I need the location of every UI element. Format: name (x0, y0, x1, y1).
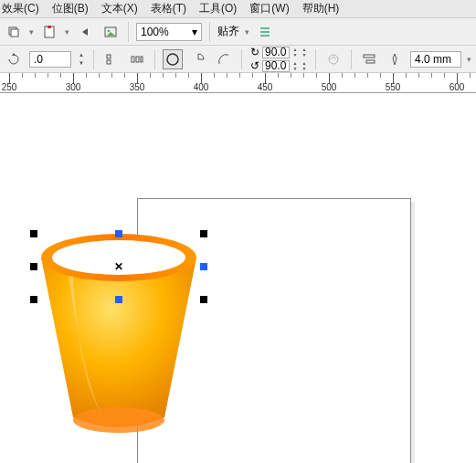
ruler-label: 300 (66, 82, 81, 92)
align-label[interactable]: 贴齐 (217, 24, 239, 39)
ruler-label: 450 (258, 82, 273, 92)
menu-window[interactable]: 窗口(W) (249, 1, 289, 16)
ruler-label: 400 (194, 82, 209, 92)
svg-rect-3 (48, 26, 51, 28)
rotation-inputs: ↻ 90.0 ▲▼ ▲▼ ↺ 90.0 ▲▼ ▲▼ (249, 46, 308, 72)
selection-handle-bl[interactable] (30, 296, 37, 303)
menu-text[interactable]: 文本(X) (101, 1, 138, 16)
chevron-down-icon[interactable]: ▾ (467, 55, 471, 64)
align-left-icon[interactable] (101, 49, 122, 69)
selection-handle-br[interactable] (200, 296, 207, 303)
svg-rect-13 (364, 55, 375, 58)
svg-rect-7 (107, 60, 111, 64)
arc-tool-icon[interactable] (214, 49, 234, 69)
separator (351, 49, 352, 69)
spinner[interactable]: ▲▼ (301, 60, 308, 71)
picture-icon[interactable] (100, 22, 121, 42)
selection-center-icon[interactable]: ✕ (114, 260, 123, 273)
rotate-ccw-icon: ↺ (249, 59, 260, 72)
svg-rect-1 (11, 29, 18, 37)
separator (93, 49, 94, 69)
ruler-label: 350 (130, 82, 145, 92)
dropdown-caret-icon[interactable]: ▾ (245, 27, 249, 37)
dropdown-caret-icon[interactable]: ▾ (29, 27, 34, 37)
zoom-value: 100% (141, 26, 188, 38)
separator (128, 22, 129, 42)
svg-point-15 (73, 407, 164, 433)
svg-rect-8 (132, 57, 134, 62)
separator (241, 49, 242, 69)
svg-rect-9 (136, 57, 139, 62)
pie-tool-icon[interactable] (188, 49, 208, 69)
ruler-horizontal: 250300350400450500550600 (0, 73, 476, 93)
selection-handle-tr[interactable] (200, 230, 207, 237)
separator (154, 49, 155, 69)
outline-width-input[interactable]: 4.0 mm (410, 51, 461, 68)
menu-effects[interactable]: 效果(C) (2, 1, 39, 16)
ellipse-tool-button[interactable] (163, 49, 183, 69)
ruler-label: 500 (322, 82, 337, 92)
selection-handle-tl[interactable] (30, 230, 37, 237)
canvas-area[interactable]: ✕ (0, 93, 476, 463)
svg-point-11 (167, 54, 178, 65)
selection-handle-ml[interactable] (30, 263, 37, 270)
selection-handle-bm[interactable] (115, 296, 122, 303)
menu-help[interactable]: 帮助(H) (302, 1, 340, 16)
copy-icon[interactable] (4, 22, 24, 42)
spinner[interactable]: ▲▼ (291, 60, 299, 71)
distribute-icon[interactable] (127, 49, 147, 69)
selection-handle-tm[interactable] (115, 230, 122, 237)
svg-point-5 (108, 29, 111, 32)
spinner[interactable]: ▲▼ (291, 47, 299, 58)
wrap-icon[interactable] (359, 49, 379, 69)
ruler-label: 250 (2, 82, 17, 92)
spinner[interactable]: ▲▼ (301, 47, 308, 58)
cup-object[interactable] (32, 226, 206, 445)
separator (209, 22, 210, 42)
ruler-label: 550 (386, 82, 401, 92)
rotate-icon[interactable] (4, 49, 24, 69)
menu-bitmap[interactable]: 位图(B) (52, 1, 89, 16)
rotation-a-input[interactable]: 90.0 (262, 47, 290, 58)
chevron-down-icon[interactable]: ▾ (188, 24, 201, 40)
zoom-input[interactable]: 100% ▾ (136, 23, 202, 41)
options-icon[interactable] (255, 22, 275, 42)
undo-icon[interactable] (75, 22, 95, 42)
menu-table[interactable]: 表格(T) (151, 1, 186, 16)
rotation-input[interactable]: .0 (29, 51, 71, 68)
separator (315, 49, 316, 69)
paste-icon[interactable] (39, 22, 59, 42)
svg-rect-6 (107, 55, 111, 58)
dropdown-caret-icon[interactable]: ▾ (65, 27, 69, 37)
rotation-b-input[interactable]: 90.0 (262, 60, 290, 72)
rotate-cw-icon: ↻ (249, 46, 260, 58)
convert-icon (323, 49, 344, 69)
pen-outline-icon[interactable] (385, 49, 405, 69)
menu-tools[interactable]: 工具(O) (199, 1, 237, 16)
spinner[interactable]: ▲▼ (77, 51, 86, 68)
svg-rect-10 (141, 57, 143, 62)
selection-handle-mr[interactable] (200, 263, 207, 270)
ruler-label: 600 (450, 82, 465, 92)
svg-rect-14 (366, 60, 375, 63)
